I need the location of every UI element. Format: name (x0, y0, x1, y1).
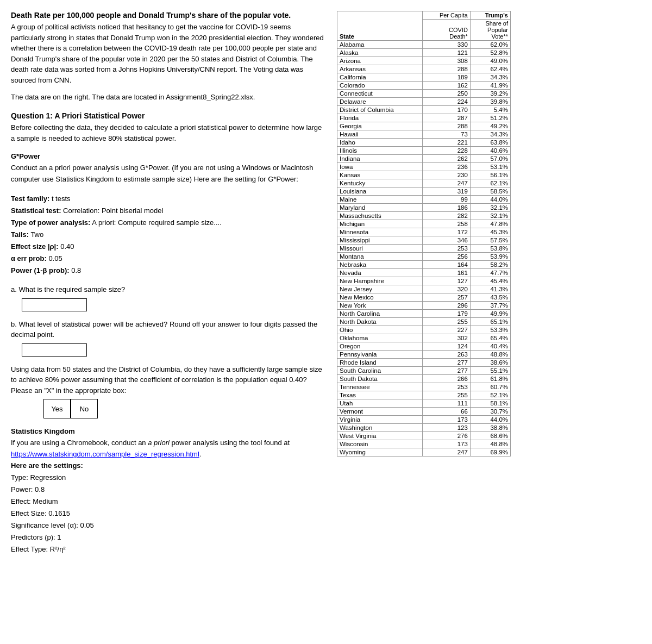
state-cell: Colorado (337, 82, 423, 90)
q1-body: Before collecting the data, they decided… (11, 122, 326, 145)
death-cell: 266 (422, 375, 470, 383)
table-row: Montana25653.9% (337, 253, 511, 261)
vote-cell: 5.4% (470, 106, 510, 114)
question-c-text: Using data from 50 states and the Distri… (11, 364, 326, 396)
sk-effect: Effect: Medium (11, 496, 326, 508)
death-cell: 227 (422, 326, 470, 334)
sk-power: Power: 0.8 (11, 484, 326, 496)
state-cell: South Carolina (337, 367, 423, 375)
death-cell: 221 (422, 139, 470, 147)
state-cell: Louisiana (337, 187, 423, 196)
col-state-header: State (337, 11, 423, 41)
state-cell: Maine (337, 196, 423, 204)
death-cell: 236 (422, 163, 470, 171)
table-row: Arizona30849.0% (337, 57, 511, 65)
table-row: Virginia17344.0% (337, 416, 511, 424)
vote-cell: 65.1% (470, 318, 510, 326)
sk-effect-size: Effect Size: 0.1615 (11, 508, 326, 520)
vote-cell: 45.4% (470, 277, 510, 285)
vote-cell: 68.6% (470, 432, 510, 440)
death-cell: 161 (422, 269, 470, 277)
vote-cell: 44.0% (470, 416, 510, 424)
death-cell: 111 (422, 399, 470, 408)
state-cell: Montana (337, 253, 423, 261)
vote-cell: 40.6% (470, 147, 510, 155)
vote-cell: 30.7% (470, 408, 510, 416)
table-row: Illinois22840.6% (337, 147, 511, 155)
death-cell: 277 (422, 367, 470, 375)
no-cell[interactable]: No (71, 399, 98, 418)
death-cell: 255 (422, 318, 470, 326)
table-row: Connecticut25039.2% (337, 90, 511, 98)
vote-cell: 44.0% (470, 196, 510, 204)
setting-power: Power (1-β prob): 0.8 (11, 265, 326, 277)
state-cell: North Carolina (337, 310, 423, 318)
table-row: Maine9944.0% (337, 196, 511, 204)
vote-cell: 60.7% (470, 383, 510, 391)
death-cell: 288 (422, 65, 470, 73)
state-cell: Pennsylvania (337, 351, 423, 359)
state-cell: Maryland (337, 204, 423, 212)
death-cell: 263 (422, 351, 470, 359)
vote-cell: 53.1% (470, 163, 510, 171)
vote-cell: 32.1% (470, 212, 510, 220)
table-row: Florida28751.2% (337, 114, 511, 122)
sk-type: Type: Regression (11, 472, 326, 484)
yes-cell[interactable]: Yes (43, 399, 71, 418)
table-row: South Carolina27755.1% (337, 367, 511, 375)
death-cell: 258 (422, 220, 470, 228)
here-are-settings-label: Here are the settings: (11, 461, 83, 470)
table-row: Washington12338.8% (337, 424, 511, 432)
vote-cell: 40.4% (470, 342, 510, 351)
table-row: Arkansas28862.4% (337, 65, 511, 73)
state-cell: Vermont (337, 408, 423, 416)
main-title: Death Rate per 100,000 people and Donald… (11, 11, 326, 20)
state-cell: New Mexico (337, 293, 423, 302)
stats-kingdom-link[interactable]: https://www.statskingdom.com/sample_size… (11, 450, 199, 458)
vote-cell: 52.1% (470, 391, 510, 399)
death-cell: 319 (422, 187, 470, 196)
table-row: Ohio22753.3% (337, 326, 511, 334)
state-cell: Kansas (337, 171, 423, 179)
death-cell: 247 (422, 179, 470, 187)
vote-cell: 52.8% (470, 49, 510, 57)
table-row: Tennessee25360.7% (337, 383, 511, 391)
table-row: Rhode Island27738.6% (337, 359, 511, 367)
table-row: Wyoming24769.9% (337, 448, 511, 457)
table-row: Nebraska16458.2% (337, 261, 511, 269)
vote-cell: 43.5% (470, 293, 510, 302)
death-cell: 124 (422, 342, 470, 351)
table-row: Missouri25353.8% (337, 245, 511, 253)
death-cell: 189 (422, 73, 470, 82)
stats-kingdom-body: If you are using a Chromebook, conduct a… (11, 437, 326, 460)
table-row: Georgia28849.2% (337, 122, 511, 130)
vote-cell: 56.1% (470, 171, 510, 179)
vote-cell: 58.1% (470, 399, 510, 408)
death-cell: 346 (422, 236, 470, 245)
vote-cell: 49.0% (470, 57, 510, 65)
table-row: Hawaii7334.3% (337, 130, 511, 139)
state-cell: Virginia (337, 416, 423, 424)
death-cell: 99 (422, 196, 470, 204)
state-cell: California (337, 73, 423, 82)
vote-cell: 57.5% (470, 236, 510, 245)
state-cell: Massachusetts (337, 212, 423, 220)
table-row: Wisconsin17348.8% (337, 440, 511, 448)
answer-b-input[interactable] (22, 343, 87, 357)
state-cell: Indiana (337, 155, 423, 163)
state-cell: Alaska (337, 49, 423, 57)
col-covid-sub: COVIDDeath* (422, 20, 470, 41)
table-row: West Virginia27668.6% (337, 432, 511, 440)
table-row: Iowa23653.1% (337, 163, 511, 171)
state-cell: Texas (337, 391, 423, 399)
death-cell: 179 (422, 310, 470, 318)
death-cell: 170 (422, 106, 470, 114)
death-cell: 173 (422, 416, 470, 424)
sk-settings-list: Type: Regression Power: 0.8 Effect: Medi… (11, 472, 326, 556)
death-cell: 247 (422, 448, 470, 457)
table-row: Alabama33062.0% (337, 41, 511, 49)
answer-a-input[interactable] (22, 298, 87, 311)
table-row: Oklahoma30265.4% (337, 334, 511, 342)
state-cell: New York (337, 302, 423, 310)
death-cell: 330 (422, 41, 470, 49)
